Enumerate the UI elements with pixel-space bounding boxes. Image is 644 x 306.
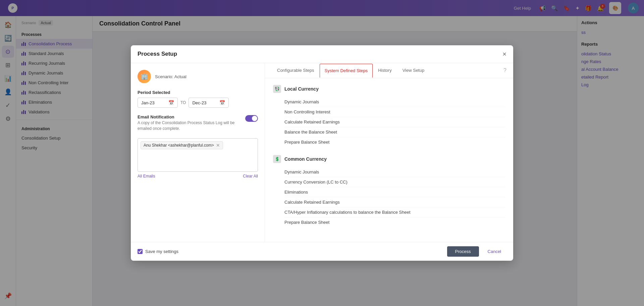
email-input-box[interactable]: Anu Shekhar <ashekhar@planful.com> ✕ xyxy=(138,138,258,172)
dialog-overlay: Process Setup × 🏢 Scenario: Actual Perio… xyxy=(0,0,644,306)
save-settings-label: Save my settings xyxy=(145,249,178,254)
footer-actions: Process Cancel xyxy=(447,246,506,257)
calendar-to-icon: 📅 xyxy=(219,100,225,105)
common-currency-title: Common Currency xyxy=(284,156,327,162)
dialog-right-panel: Configurable Steps System Defined Steps … xyxy=(265,63,513,242)
step-cc-prepare-balance: Prepare Balance Sheet xyxy=(284,217,505,227)
process-button[interactable]: Process xyxy=(447,246,479,257)
save-settings-checkbox[interactable] xyxy=(138,249,143,254)
step-cc-currency-conversion: Currency Conversion (LC to CC) xyxy=(284,177,505,187)
common-currency-icon: 💲 xyxy=(273,155,281,163)
dialog-body: 🏢 Scenario: Actual Period Selected Jan-2… xyxy=(131,63,513,242)
dialog-tab-bar: Configurable Steps System Defined Steps … xyxy=(265,63,513,78)
dialog-header: Process Setup × xyxy=(131,45,513,63)
tab-history[interactable]: History xyxy=(373,63,397,78)
dialog-footer: Save my settings Process Cancel xyxy=(131,242,513,261)
period-label: Period Selected xyxy=(138,90,258,95)
chip-close-button[interactable]: ✕ xyxy=(216,143,220,148)
tab-view-setup-label: View Setup xyxy=(402,68,425,73)
tab-history-label: History xyxy=(378,68,391,73)
email-notification-section: Email Notification A copy of the Consoli… xyxy=(138,114,258,132)
date-from-value: Jan-23 xyxy=(141,100,155,105)
cancel-button[interactable]: Cancel xyxy=(482,246,506,257)
email-notification-toggle[interactable] xyxy=(245,115,258,122)
email-actions: All Emails Clear All xyxy=(138,174,258,178)
tab-configurable-steps[interactable]: Configurable Steps xyxy=(272,63,320,78)
local-currency-icon: 💱 xyxy=(273,85,281,93)
step-lc-retained-earnings: Calculate Retained Earnings xyxy=(284,117,505,127)
local-currency-steps: Dynamic Journals Non Controlling Interes… xyxy=(273,97,505,147)
clear-all-link[interactable]: Clear All xyxy=(243,174,258,178)
steps-content: 💱 Local Currency Dynamic Journals Non Co… xyxy=(265,78,513,242)
date-to-label: TO xyxy=(180,100,186,105)
common-currency-steps: Dynamic Journals Currency Conversion (LC… xyxy=(273,167,505,227)
date-from-input[interactable]: Jan-23 📅 xyxy=(138,98,178,108)
step-lc-balance-sheet: Balance the Balance Sheet xyxy=(284,127,505,137)
step-cc-cta-hyper: CTA/Hyper Inflationary calculations to b… xyxy=(284,207,505,217)
dialog-close-button[interactable]: × xyxy=(502,51,506,57)
step-lc-dynamic-journals: Dynamic Journals xyxy=(284,97,505,107)
save-settings-row: Save my settings xyxy=(138,249,178,254)
dialog-title: Process Setup xyxy=(138,51,177,57)
scenario-label-text: Scenario: Actual xyxy=(155,74,186,79)
email-chip-text: Anu Shekhar <ashekhar@planful.com> xyxy=(144,143,214,148)
email-box-section: Anu Shekhar <ashekhar@planful.com> ✕ All… xyxy=(138,138,258,178)
local-currency-title: Local Currency xyxy=(284,86,319,92)
tab-system-defined-steps[interactable]: System Defined Steps xyxy=(320,64,373,78)
email-chip: Anu Shekhar <ashekhar@planful.com> ✕ xyxy=(141,141,223,149)
step-cc-dynamic-journals: Dynamic Journals xyxy=(284,167,505,177)
common-currency-header: 💲 Common Currency xyxy=(273,155,505,163)
step-lc-prepare-balance: Prepare Balance Sheet xyxy=(284,137,505,147)
period-section: Period Selected Jan-23 📅 TO Dec-23 📅 xyxy=(138,90,258,108)
all-emails-link[interactable]: All Emails xyxy=(138,174,155,178)
calendar-from-icon: 📅 xyxy=(168,100,174,105)
email-notification-desc: A copy of the Consolidation Process Stat… xyxy=(138,120,241,132)
date-row: Jan-23 📅 TO Dec-23 📅 xyxy=(138,98,258,108)
tab-view-setup[interactable]: View Setup xyxy=(397,63,430,78)
tab-configurable-label: Configurable Steps xyxy=(277,68,314,73)
step-cc-eliminations: Eliminations xyxy=(284,187,505,197)
help-icon[interactable]: ? xyxy=(503,67,506,73)
date-to-input[interactable]: Dec-23 📅 xyxy=(189,98,229,108)
email-notification-label: Email Notification xyxy=(138,114,241,119)
date-to-value: Dec-23 xyxy=(192,100,206,105)
tab-system-defined-label: System Defined Steps xyxy=(325,68,368,73)
scenario-row: 🏢 Scenario: Actual xyxy=(138,70,258,83)
step-cc-retained-earnings: Calculate Retained Earnings xyxy=(284,197,505,207)
local-currency-header: 💱 Local Currency xyxy=(273,85,505,93)
scenario-icon: 🏢 xyxy=(138,70,151,83)
step-lc-non-controlling: Non Controlling Interest xyxy=(284,107,505,117)
process-setup-dialog: Process Setup × 🏢 Scenario: Actual Perio… xyxy=(131,45,513,261)
dialog-left-panel: 🏢 Scenario: Actual Period Selected Jan-2… xyxy=(131,63,265,242)
